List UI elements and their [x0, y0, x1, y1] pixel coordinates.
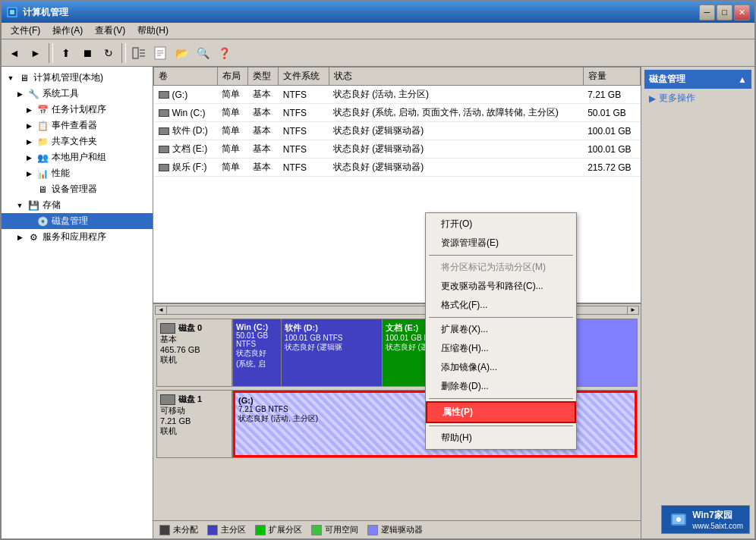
context-menu-separator — [429, 317, 573, 318]
properties-button[interactable] — [150, 43, 170, 63]
sidebar-item-services[interactable]: ▶ ⚙ 服务和应用程序 — [2, 229, 153, 245]
sidebar-item-task-scheduler[interactable]: ▶ 📅 任务计划程序 — [2, 102, 153, 118]
context-menu-separator — [429, 398, 573, 399]
disk-0-part-d[interactable]: 软件 (D:) 100.01 GB NTFS 状态良好 (逻辑驱 — [282, 319, 383, 386]
back-button[interactable]: ◄ — [5, 43, 24, 63]
device-icon: 🖥 — [36, 184, 49, 196]
legend-primary: 主分区 — [207, 524, 246, 535]
legend-extended: 扩展分区 — [255, 524, 302, 535]
legend-unallocated: 未分配 — [159, 524, 198, 535]
context-menu-item[interactable]: 压缩卷(H)... — [426, 339, 576, 358]
event-icon: 📋 — [36, 120, 49, 132]
menu-file[interactable]: 文件(F) — [5, 23, 46, 39]
legend-unallocated-color — [159, 525, 170, 535]
services-icon: ⚙ — [27, 231, 39, 243]
expand-shared-icon[interactable]: ▶ — [23, 136, 35, 148]
sidebar: ▼ 🖥 计算机管理(本地) ▶ 🔧 系统工具 ▶ 📅 任务计划程序 ▶ 📋 事 — [2, 67, 153, 538]
sidebar-item-system-tools[interactable]: ▶ 🔧 系统工具 — [2, 86, 153, 102]
context-menu-item[interactable]: 资源管理器(E) — [426, 234, 576, 253]
window-title: 计算机管理 — [23, 6, 699, 19]
legend-free: 可用空间 — [311, 524, 358, 535]
expand-storage-icon[interactable]: ▼ — [14, 199, 26, 212]
context-menu-item[interactable]: 属性(P) — [426, 401, 576, 423]
table-row[interactable]: 文档 (E:) 简单 基本 NTFS 状态良好 (逻辑驱动器) 100.01 G… — [154, 140, 641, 159]
disk-1-info: 磁盘 1 可移动 7.21 GB 联机 — [156, 390, 232, 458]
help-button[interactable]: ❓ — [214, 43, 234, 63]
sidebar-item-local-users[interactable]: ▶ 👥 本地用户和组 — [2, 149, 153, 165]
col-type[interactable]: 类型 — [248, 68, 279, 86]
legend: 未分配 主分区 扩展分区 可用空间 逻辑驱动器 — [153, 520, 641, 538]
up-button[interactable]: ⬆ — [56, 43, 76, 63]
perf-icon: 📊 — [36, 168, 49, 180]
disk-1-type: 可移动 — [160, 405, 228, 416]
expand-perf-icon[interactable]: ▶ — [23, 168, 35, 180]
toolbar-separator-1 — [49, 43, 53, 63]
context-menu-item[interactable]: 扩展卷(X)... — [426, 320, 576, 339]
col-layout[interactable]: 布局 — [217, 68, 247, 86]
expand-services-icon[interactable]: ▶ — [14, 231, 26, 243]
sidebar-item-event-viewer[interactable]: ▶ 📋 事件查看器 — [2, 118, 153, 133]
context-menu-item[interactable]: 打开(O) — [426, 215, 576, 234]
col-volume[interactable]: 卷 — [154, 68, 218, 86]
toolbar: ◄ ► ⬆ ⏹ ↻ 📂 🔍 ❓ — [2, 39, 754, 67]
open-folder-button[interactable]: 📂 — [172, 43, 191, 63]
disk-1-size: 7.21 GB — [160, 416, 228, 425]
stop-button[interactable]: ⏹ — [77, 43, 97, 63]
disk-0-part-c[interactable]: Win (C:) 50.01 GB NTFS 状态良好 (系统, 启 — [233, 319, 282, 386]
col-filesystem[interactable]: 文件系统 — [279, 68, 329, 86]
expand-system-tools-icon[interactable]: ▶ — [14, 88, 26, 100]
disk-1-status: 联机 — [160, 425, 228, 437]
context-menu-item[interactable]: 更改驱动器号和路径(C)... — [426, 277, 576, 296]
disk-0-size: 465.76 GB — [160, 345, 228, 354]
task-icon: 📅 — [36, 104, 49, 116]
sidebar-item-device-manager[interactable]: 🖥 设备管理器 — [2, 181, 153, 197]
context-menu: 打开(O)资源管理器(E)将分区标记为活动分区(M)更改驱动器号和路径(C)..… — [425, 212, 577, 450]
context-menu-item[interactable]: 格式化(F)... — [426, 296, 576, 315]
forward-button[interactable]: ► — [26, 43, 46, 63]
watermark-subtext: www.5aixt.com — [692, 522, 743, 530]
disk-0-info: 磁盘 0 基本 465.76 GB 联机 — [156, 319, 232, 387]
ops-title[interactable]: 磁盘管理 ▲ — [644, 70, 751, 89]
context-menu-item[interactable]: 添加镜像(A)... — [426, 358, 576, 377]
main-window: 计算机管理 ─ □ ✕ 文件(F) 操作(A) 查看(V) 帮助(H) ◄ ► … — [0, 0, 756, 540]
search-button[interactable]: 🔍 — [193, 43, 213, 63]
refresh-button[interactable]: ↻ — [99, 43, 118, 63]
minimize-button[interactable]: ─ — [699, 5, 715, 20]
toolbar-separator-2 — [121, 43, 126, 63]
context-menu-item[interactable]: 删除卷(D)... — [426, 377, 576, 396]
menu-view[interactable]: 查看(V) — [89, 23, 131, 39]
col-status[interactable]: 状态 — [329, 68, 583, 86]
content-area: ▼ 🖥 计算机管理(本地) ▶ 🔧 系统工具 ▶ 📅 任务计划程序 ▶ 📋 事 — [2, 67, 754, 538]
menu-help[interactable]: 帮助(H) — [131, 23, 175, 39]
svg-point-14 — [676, 517, 681, 522]
menu-action[interactable]: 操作(A) — [46, 23, 89, 39]
sidebar-item-shared-folders[interactable]: ▶ 📁 共享文件夹 — [2, 133, 153, 149]
disk-0-status: 联机 — [160, 354, 228, 366]
table-row[interactable]: 软件 (D:) 简单 基本 NTFS 状态良好 (逻辑驱动器) 100.01 G… — [154, 122, 641, 140]
expand-computer-icon[interactable]: ▼ — [5, 72, 17, 84]
volume-table: 卷 布局 类型 文件系统 状态 容量 (G:) 简单 基本 NTFS 状态良好 … — [153, 67, 641, 177]
disk-1-label: 磁盘 1 — [160, 394, 228, 405]
sidebar-item-performance[interactable]: ▶ 📊 性能 — [2, 165, 153, 181]
restore-button[interactable]: □ — [717, 5, 732, 20]
close-button[interactable]: ✕ — [734, 5, 750, 20]
legend-primary-color — [207, 525, 218, 535]
table-row[interactable]: (G:) 简单 基本 NTFS 状态良好 (活动, 主分区) 7.21 GB — [154, 86, 641, 104]
expand-event-icon[interactable]: ▶ — [23, 120, 35, 132]
table-row[interactable]: 娱乐 (F:) 简单 基本 NTFS 状态良好 (逻辑驱动器) 215.72 G… — [154, 159, 641, 177]
sidebar-item-storage[interactable]: ▼ 💾 存储 — [2, 197, 153, 213]
sidebar-item-disk-management[interactable]: 💿 磁盘管理 — [2, 213, 153, 229]
show-hide-tree-button[interactable] — [129, 43, 149, 63]
scroll-right-button[interactable]: ► — [627, 306, 639, 315]
svg-rect-3 — [133, 48, 138, 58]
expand-users-icon[interactable]: ▶ — [23, 152, 35, 164]
expand-task-icon[interactable]: ▶ — [23, 104, 35, 116]
table-row[interactable]: Win (C:) 简单 基本 NTFS 状态良好 (系统, 启动, 页面文件, … — [154, 104, 641, 122]
disk-0-label: 磁盘 0 — [160, 322, 228, 334]
computer-icon: 🖥 — [18, 72, 30, 84]
sidebar-item-computer[interactable]: ▼ 🖥 计算机管理(本地) — [2, 70, 153, 86]
scroll-left-button[interactable]: ◄ — [155, 306, 167, 315]
context-menu-item[interactable]: 帮助(H) — [426, 429, 576, 447]
col-size[interactable]: 容量 — [583, 68, 640, 86]
more-actions-item[interactable]: ▶ 更多操作 — [644, 89, 751, 108]
